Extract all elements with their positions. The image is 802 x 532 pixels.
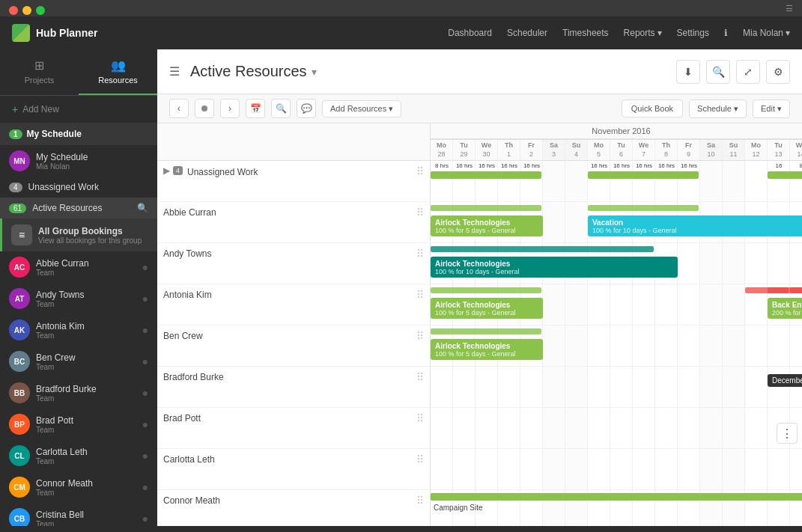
resource-action-icon[interactable]: ●	[142, 418, 148, 430]
left-sidebar: ⊞ Projects 👥 Resources + Add New 1 My Sc…	[0, 49, 157, 526]
row-handle[interactable]: ⠿	[416, 330, 424, 342]
booking-block[interactable]: Airlock Technologies100 % for 10 days - …	[431, 257, 678, 278]
all-group-item[interactable]: ≡ All Group Bookings View all bookings f…	[0, 218, 157, 251]
search-icon[interactable]: 🔍	[137, 203, 148, 213]
resource-role: Team	[36, 363, 136, 371]
expand-button[interactable]: ⤢	[736, 60, 760, 84]
schedule-label: Schedule ▾	[697, 104, 738, 114]
resource-action-icon[interactable]: ●	[142, 481, 148, 493]
nav-settings[interactable]: Settings	[677, 28, 709, 38]
prev-button[interactable]: ‹	[169, 99, 189, 118]
comment-button[interactable]: 💬	[297, 99, 316, 118]
sidebar-item-carlotta-leth[interactable]: CL Carlotta Leth Team ●	[0, 440, 157, 471]
booking-block[interactable]: Airlock Technologies100 % for 5 days - G…	[431, 339, 543, 360]
row-handle[interactable]: ⠿	[416, 248, 424, 260]
quick-book-button[interactable]: Quick Book	[622, 100, 683, 117]
expand-icon[interactable]: ▶	[163, 165, 170, 176]
resource-action-icon[interactable]: ●	[142, 261, 148, 273]
add-resources-button[interactable]: Add Resources ▾	[322, 100, 401, 117]
my-schedule-badge: 1	[9, 129, 22, 139]
timeline-cell[interactable]: Airlock Technologies100 % for 10 days - …	[431, 243, 802, 284]
resource-action-icon[interactable]: ●	[142, 355, 148, 367]
nav-scheduler[interactable]: Scheduler	[507, 28, 547, 38]
booking-block[interactable]: Airlock Technologies100 % for 5 days - G…	[431, 298, 543, 319]
timeline-cell[interactable]: Airlock Technologies100 % for 5 days - G…	[431, 325, 802, 366]
resource-action-icon[interactable]: ●	[142, 450, 148, 462]
minimize-button[interactable]	[22, 6, 31, 15]
tab-projects[interactable]: ⊞ Projects	[0, 49, 79, 95]
row-handle[interactable]: ⠿	[416, 371, 424, 383]
search-icon: 🔍	[712, 66, 725, 78]
day-header-Tu6: Tu6	[610, 140, 633, 160]
unassigned-label: Unassigned Work	[28, 182, 148, 192]
scheduler-row: Carlotta Leth ⠿	[157, 449, 802, 490]
avatar: BP	[9, 414, 30, 435]
page-title: Active Resources	[190, 63, 307, 80]
sidebar-item-ben-crew[interactable]: BC Ben Crew Team ●	[0, 346, 157, 377]
row-handle[interactable]: ⠿	[416, 207, 424, 218]
search-button[interactable]: 🔍	[706, 60, 730, 84]
download-button[interactable]: ⬇	[676, 60, 700, 84]
tab-resources[interactable]: 👥 Resources	[79, 49, 157, 95]
sidebar-item-brad-pott[interactable]: BP Brad Pott Team ●	[0, 409, 157, 440]
timeline-cell[interactable]: December 14, 2016December 15, 2016	[431, 367, 802, 407]
nav-timesheets[interactable]: Timesheets	[562, 28, 609, 38]
info-icon[interactable]: ℹ	[724, 28, 728, 38]
resource-name: Bradford Burke	[36, 384, 136, 394]
sidebar-item-abbie-curran[interactable]: AC Abbie Curran Team ●	[0, 251, 157, 283]
my-schedule-label: My Schedule	[27, 129, 82, 139]
settings-button[interactable]: ⚙	[766, 60, 790, 84]
booking-block[interactable]: Back End200 % for 5 days - General	[768, 298, 802, 319]
today-button[interactable]	[195, 99, 214, 118]
nav-reports[interactable]: Reports ▾	[624, 28, 662, 38]
day-header-We30: We30	[476, 140, 498, 160]
row-handle[interactable]: ⠿	[416, 453, 424, 465]
booking-block[interactable]: Vacation100 % for 10 days - General	[588, 215, 802, 236]
scheduler-row: Brad Pott ⠿ ⋮	[157, 408, 802, 449]
sidebar-item-connor-meath[interactable]: CM Connor Meath Team ●	[0, 471, 157, 503]
user-menu[interactable]: Mia Nolan ▾	[743, 28, 790, 38]
sidebar-item-bradford-burke[interactable]: BB Bradford Burke Team ●	[0, 377, 157, 409]
my-schedule-item[interactable]: MN My Schedule Mia Nolan	[0, 145, 157, 177]
calendar-button[interactable]: 📅	[246, 99, 265, 118]
unassigned-work-item[interactable]: 4 Unassigned Work	[0, 177, 157, 198]
timeline-cell[interactable]	[431, 449, 802, 489]
edit-dropdown-button[interactable]: Edit ▾	[753, 100, 790, 118]
row-handle[interactable]: ⠿	[416, 495, 424, 507]
avatar: AC	[9, 257, 30, 278]
resource-action-icon[interactable]: ●	[142, 293, 148, 305]
title-dropdown-icon[interactable]: ▾	[312, 66, 317, 78]
timeline-cell[interactable]: Airlock Technologies100 % for 5 days - G…	[431, 202, 802, 242]
resource-name: Cristina Bell	[36, 510, 136, 520]
maximize-button[interactable]	[36, 6, 45, 15]
day-header-Sa3: Sa3	[543, 140, 565, 160]
close-button[interactable]	[9, 6, 18, 15]
main-layout: ⊞ Projects 👥 Resources + Add New 1 My Sc…	[0, 49, 802, 526]
timeline-cell[interactable]: Campaign Site	[431, 490, 802, 526]
unassigned-expand: ▶ 4	[163, 165, 183, 176]
timeline-cell[interactable]: 8 hrs16 hrs16 hrs16 hrs16 hrs16 hrs16 hr…	[431, 161, 802, 201]
sidebar-item-antonia-kim[interactable]: AK Antonia Kim Team ●	[0, 314, 157, 346]
row-handle[interactable]: ⠿	[416, 165, 424, 177]
add-new-button[interactable]: + Add New	[0, 96, 157, 123]
resource-action-icon[interactable]: ●	[142, 324, 148, 336]
row-handle[interactable]: ⠿	[416, 289, 424, 301]
context-menu-button[interactable]: ⋮	[777, 423, 798, 444]
active-resources-item[interactable]: 61 Active Resources 🔍	[0, 198, 157, 218]
resource-name: Ben Crew	[163, 331, 416, 341]
resource-action-icon[interactable]: ●	[142, 387, 148, 399]
sidebar-item-andy-towns[interactable]: AT Andy Towns Team ●	[0, 283, 157, 314]
schedule-dropdown-button[interactable]: Schedule ▾	[689, 100, 747, 118]
zoom-button[interactable]: 🔍	[271, 99, 291, 118]
sidebar-item-cristina-bell[interactable]: CB Cristina Bell Team ●	[0, 503, 157, 526]
resource-action-icon[interactable]: ●	[142, 513, 148, 525]
timeline-cell[interactable]: Airlock Technologies100 % for 5 days - G…	[431, 284, 802, 325]
nav-dashboard[interactable]: Dashboard	[448, 28, 492, 38]
sidebar-toggle-icon[interactable]: ☰	[169, 64, 180, 79]
row-handle[interactable]: ⠿	[416, 412, 424, 424]
my-schedule-section[interactable]: 1 My Schedule	[0, 123, 157, 145]
booking-block[interactable]: Airlock Technologies100 % for 5 days - G…	[431, 215, 543, 236]
timeline-cell[interactable]: ⋮	[431, 408, 802, 448]
next-button[interactable]: ›	[220, 99, 240, 118]
resource-cell: Brad Pott ⠿	[157, 408, 431, 448]
